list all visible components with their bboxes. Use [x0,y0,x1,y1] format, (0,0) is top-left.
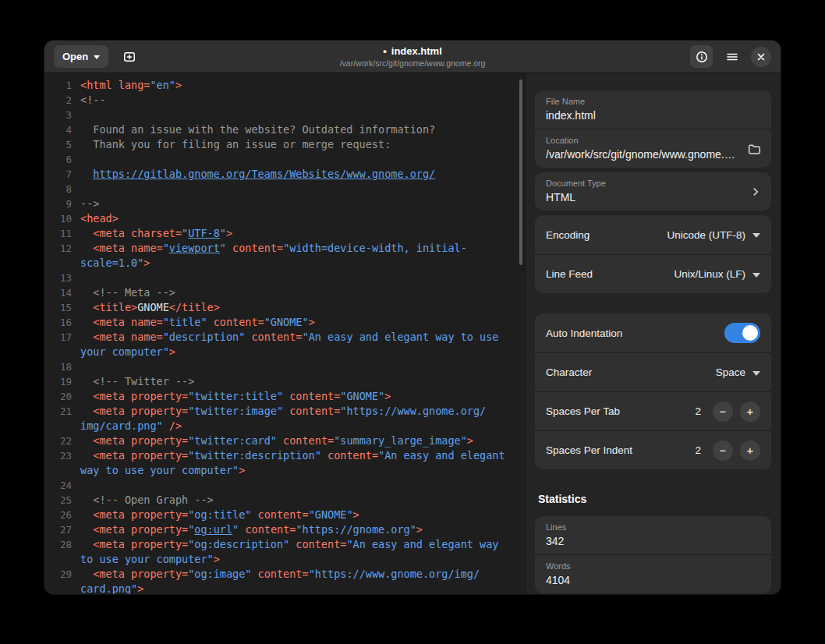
line-number [44,419,80,433]
new-tab-button[interactable] [118,45,140,68]
line-number: 8 [44,182,80,196]
line-number: 2 [44,93,80,108]
encoding-row[interactable]: Encoding Unicode (UTF-8) [535,215,771,254]
spaces-per-indent-decrease-button[interactable]: − [713,441,733,461]
line-number: 10 [44,211,80,226]
location-label: Location [546,136,760,145]
code-text: <meta property="og:description" content=… [80,537,498,552]
line-number: 11 [44,226,80,241]
code-line: 26 <meta property="og:title" content="GN… [44,508,525,522]
line-number: 9 [44,196,80,211]
window-title: • index.html [383,45,442,57]
code-line: 14 <!-- Meta --> [44,285,525,300]
code-text: to use your computer"> [80,552,220,567]
code-line: 29 <meta property="og:image" content="ht… [44,567,525,582]
close-button[interactable] [751,47,771,67]
line-number: 21 [44,404,80,419]
words-label: Words [546,561,760,571]
spaces-per-tab-row: Spaces Per Tab 2 − + [535,391,771,430]
auto-indentation-switch[interactable] [724,323,760,343]
code-text: <meta property="twitter:description" con… [80,448,505,463]
code-editor[interactable]: 1<html lang="en">2<!--34 Found an issue … [44,73,525,594]
character-label: Character [546,366,592,378]
code-line: 17 <meta name="description" content="An … [44,330,525,345]
spaces-per-indent-increase-button[interactable]: + [740,441,760,461]
code-line: to use your computer"> [44,552,525,567]
line-number: 6 [44,152,80,167]
code-text: <head> [80,211,119,226]
line-number: 13 [44,271,80,285]
code-line: 24 [44,478,525,493]
line-feed-label: Line Feed [546,268,593,280]
spaces-per-tab-increase-button[interactable]: + [740,402,760,422]
code-text: <meta property="twitter:card" content="s… [80,433,473,448]
code-line: 22 <meta property="twitter:card" content… [44,433,525,448]
editor-scrollbar[interactable] [519,80,522,265]
spaces-per-tab-label: Spaces Per Tab [546,405,620,417]
code-text: --> [80,196,99,211]
code-line: 28 <meta property="og:description" conte… [44,537,525,552]
headerbar-right [690,45,771,68]
window-title-area: • index.html /var/work/src/git/gnome/www… [44,41,781,73]
line-number: 19 [44,374,80,389]
character-row[interactable]: Character Space [535,352,771,391]
menu-button[interactable] [721,45,743,68]
window-subtitle: /var/work/src/git/gnome/www.gnome.org [340,58,486,68]
open-button-label: Open [62,51,88,62]
open-button[interactable]: Open [54,45,108,68]
code-text: <meta property="twitter:image" content="… [80,404,486,419]
line-feed-value: Unix/Linux (LF) [674,268,745,280]
code-line: 16 <meta name="title" content="GNOME"> [44,315,525,330]
info-button[interactable] [690,45,713,68]
code-text: img/card.png" /> [80,419,182,433]
statistics-heading: Statistics [538,493,768,505]
headerbar: Open • index.html /var/ [44,41,781,73]
line-number [44,256,80,271]
spaces-per-tab-decrease-button[interactable]: − [713,402,733,422]
open-folder-button[interactable] [748,142,761,155]
lines-stat-row: Lines 342 [535,516,771,554]
document-type-row[interactable]: Document Type HTML [535,172,771,211]
spaces-per-indent-value: 2 [695,444,701,456]
code-line: your computer"> [44,345,525,359]
code-lines: 1<html lang="en">2<!--34 Found an issue … [44,78,525,594]
code-line: 10<head> [44,211,525,226]
spaces-per-indent-row: Spaces Per Indent 2 − + [535,430,771,469]
code-line: 5 Thank you for filing an issue or merge… [44,137,525,152]
file-name-label: File Name [546,97,760,106]
code-text: <meta name="title" content="GNOME"> [80,315,315,330]
code-line: 25 <!-- Open Graph --> [44,493,525,508]
tab-new-icon [123,51,136,63]
line-number: 20 [44,389,80,404]
line-number [44,552,80,567]
chevron-right-icon [750,186,761,197]
code-line: 6 [44,152,525,167]
line-feed-row[interactable]: Line Feed Unix/Linux (LF) [535,254,771,293]
line-number [44,463,80,478]
code-text: <!-- Meta --> [80,285,175,300]
code-line: way to use your computer"> [44,463,525,478]
dropdown-arrow-icon [752,233,760,238]
character-value: Space [716,366,745,378]
hamburger-menu-icon [726,51,738,63]
code-text: way to use your computer"> [80,463,245,478]
line-number: 3 [44,108,80,122]
headerbar-left: Open [54,45,140,68]
code-line: 27 <meta property="og:url" content="http… [44,522,525,537]
code-text: <!-- Twitter --> [80,374,194,389]
code-text: <meta name="description" content="An eas… [80,330,498,345]
line-number [44,582,80,594]
code-line: 11 <meta charset="UTF-8"> [44,226,525,241]
line-number: 22 [44,433,80,448]
auto-indentation-row: Auto Indentation [535,313,771,352]
code-text: <meta property="og:title" content="GNOME… [80,508,359,522]
file-name-row: File Name index.html [535,90,771,129]
statistics-card: Lines 342 Words 4104 [535,516,771,593]
code-line: 15 <title>GNOME</title> [44,300,525,315]
code-text: <!-- [80,93,106,108]
code-text: <meta property="twitter:title" content="… [80,389,391,404]
line-number: 15 [44,300,80,315]
code-line: 18 [44,359,525,374]
document-title: index.html [391,45,442,57]
spaces-per-indent-label: Spaces Per Indent [546,444,632,456]
